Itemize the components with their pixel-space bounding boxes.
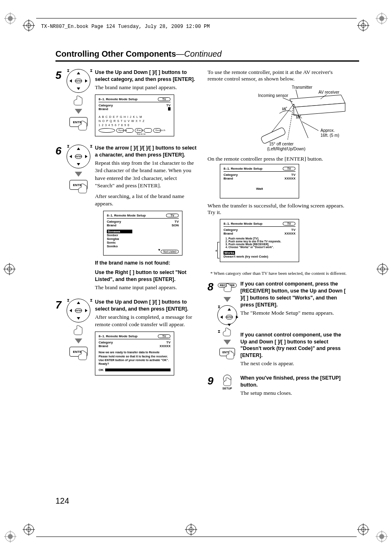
svg-text:(Left/Right/Up/Down): (Left/Right/Up/Down): [267, 147, 305, 151]
step-6: 6 ENTER ENTER Use the arrow [ ]/[ ]/[ ]/…: [55, 145, 197, 295]
step-number: 8: [208, 281, 216, 293]
right-column: To use the remote controller, point it a…: [208, 69, 349, 404]
step-number: 9: [208, 375, 216, 387]
step-9: 9 SETUP When you've finished, press the …: [208, 375, 349, 400]
reg-mark-icon: [4, 12, 16, 25]
hand-icon: [225, 350, 236, 359]
svg-marker-57: [77, 317, 80, 320]
body-text: On the remote controller press the [ENTE…: [208, 156, 349, 162]
arrow-down-icon: [224, 340, 231, 345]
arrow-down-icon: [224, 297, 231, 302]
receiver-diagram: Transmitter AV receiver Incoming sensor: [255, 85, 349, 152]
reg-mark-icon: [357, 523, 369, 536]
svg-text:ENTER: ENTER: [226, 316, 233, 318]
reg-mark-icon: [4, 530, 16, 543]
step-body: After searching, a list of the brand nam…: [95, 193, 197, 207]
svg-text:Approx.: Approx.: [321, 128, 334, 133]
page-number: 124: [55, 496, 69, 506]
svg-text:ENTER: ENTER: [75, 309, 82, 312]
step-subheading: Use the Right [ ] button to select "Not …: [95, 269, 197, 283]
reg-mark-icon: [23, 19, 35, 32]
step-body: The brand name input panel appears.: [95, 84, 197, 91]
svg-line-68: [296, 90, 298, 98]
svg-marker-56: [77, 302, 80, 304]
svg-marker-82: [228, 324, 231, 326]
svg-marker-44: [77, 72, 80, 74]
dpad-icon: ENTER: [217, 305, 237, 325]
reg-mark-icon: [376, 263, 389, 275]
reg-mark-icon: [376, 530, 388, 543]
svg-text:ENTER: ENTER: [75, 80, 82, 82]
osd-panel: 8–1. Remote Mode SetupTV CategoryTV Bran…: [95, 332, 174, 375]
svg-marker-50: [77, 147, 80, 150]
osd-panel: 8–1. Remote Mode SetupTV CategoryTV Bran…: [103, 211, 182, 256]
step-5: 5 ENTER ENTER Use the Up and Down [ ]/[ …: [55, 69, 197, 140]
step-body: Repeat this step from the 1st character …: [95, 159, 197, 189]
osd-panel: 8–1. Remote Mode SetupTV CategoryTV Bran…: [220, 219, 299, 262]
hand-icon: [77, 350, 89, 360]
step-heading: When you've finished, press the [SETUP] …: [240, 375, 349, 389]
step-8: 8 RECEIVER ENTER ENTER: [208, 281, 349, 371]
svg-text:Transmitter: Transmitter: [292, 85, 313, 90]
arrow-down-icon: [75, 172, 82, 177]
svg-marker-46: [69, 79, 72, 83]
svg-marker-47: [85, 79, 88, 83]
svg-marker-51: [77, 163, 80, 166]
step-body: The "Remote Mode Setup" menu appears.: [240, 309, 349, 317]
svg-marker-53: [85, 155, 88, 158]
hand-icon: [77, 120, 89, 131]
svg-line-72: [288, 104, 294, 140]
svg-marker-81: [228, 308, 231, 311]
dpad-icon: ENTER: [67, 299, 90, 322]
svg-marker-58: [69, 309, 72, 312]
svg-marker-45: [77, 88, 80, 90]
manual-page: TX-NR807_En.book Page 124 Tuesday, July …: [0, 0, 392, 555]
intro-text: To use the remote controller, point it a…: [208, 69, 349, 82]
step-heading: Use the Up and Down [ ]/[ ] buttons to s…: [95, 69, 197, 83]
arrow-down-icon: [75, 109, 82, 114]
title-text: Controlling Other Components: [55, 49, 176, 58]
svg-text:Incoming sensor: Incoming sensor: [258, 93, 288, 98]
step-body: After searching is completed, a message …: [95, 313, 197, 328]
svg-text:15° off center: 15° off center: [269, 142, 294, 146]
hand-icon: [72, 325, 85, 335]
body-text: When the transfer is successful, the fol…: [208, 203, 349, 216]
svg-text:15˚: 15˚: [282, 107, 287, 111]
step-body: The setup menu closes.: [240, 389, 349, 397]
step-body: The next code is appear.: [240, 360, 349, 367]
pdf-header: TX-NR807_En.book Page 124 Tuesday, July …: [41, 24, 210, 30]
svg-text:ENTER: ENTER: [75, 155, 82, 158]
step-7: 7 ENTER ENTER Use the Up and Down [ ]/[ …: [55, 299, 197, 380]
dpad-icon: ENTER: [67, 145, 90, 168]
step-heading: Use the Up and Down [ ]/[ ] buttons to s…: [95, 299, 197, 313]
reg-mark-icon: [23, 523, 35, 536]
hand-icon: [77, 183, 89, 193]
reg-mark-icon: [357, 19, 369, 32]
svg-marker-59: [85, 309, 88, 312]
step-heading: Use the arrow [ ]/[ ]/[ ]/[ ] buttons to…: [95, 145, 197, 159]
svg-marker-52: [69, 155, 72, 158]
svg-marker-83: [220, 315, 223, 319]
svg-text:16ft. (5 m): 16ft. (5 m): [321, 133, 339, 138]
arrow-down-icon: [75, 339, 82, 343]
title-continued: —Continued: [176, 49, 221, 58]
step-number: 7: [55, 299, 64, 311]
osd-panel: 8–1. Remote Mode SetupTV CategoryTV Bran…: [95, 94, 174, 136]
letter-grid: A B C D E F G H I J K L M N O P Q R S T …: [99, 115, 171, 133]
page-title: Controlling Other Components—Continued: [55, 49, 359, 62]
left-column: 5 ENTER ENTER Use the Up and Down [ ]/[ …: [55, 69, 197, 404]
hand-icon: [222, 327, 233, 336]
step-heading: If you can control component, press the …: [240, 281, 349, 309]
step-heading: If you cannot control component, use the…: [240, 332, 349, 359]
step-body: The brand name input panel appears.: [95, 284, 197, 291]
footnote: * When category other than TV have been …: [214, 271, 349, 276]
step-number: 6: [55, 145, 64, 157]
reg-mark-icon: [3, 263, 16, 275]
step-subheading: If the brand name is not found:: [95, 260, 197, 267]
svg-text:AV receiver: AV receiver: [318, 90, 340, 94]
svg-text:15˚: 15˚: [296, 115, 301, 119]
step-number: 5: [55, 69, 64, 82]
svg-marker-84: [236, 315, 238, 319]
hand-icon: [72, 95, 85, 106]
dpad-icon: ENTER: [67, 69, 90, 93]
